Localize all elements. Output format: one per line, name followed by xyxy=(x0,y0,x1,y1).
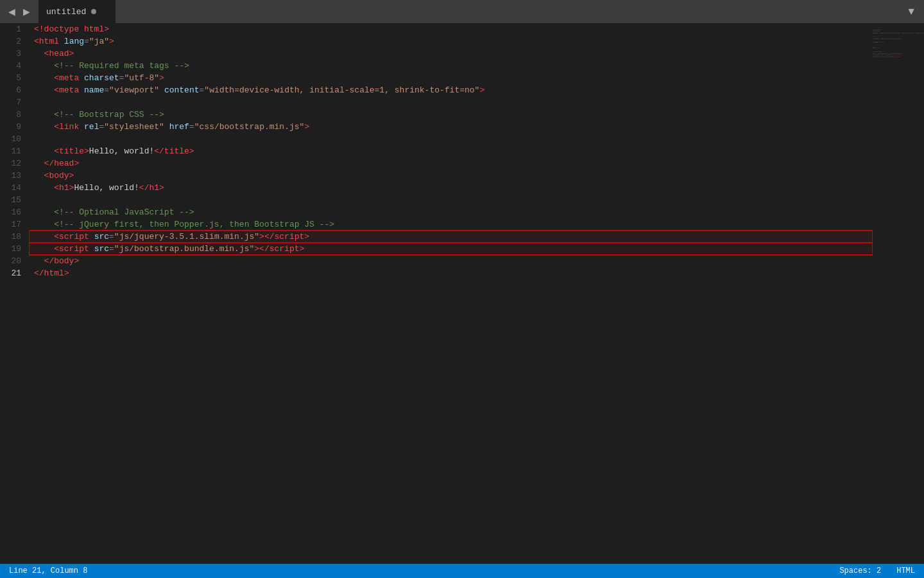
line-number-6: 6 xyxy=(0,84,29,96)
status-left: Line 21, Column 8 xyxy=(6,566,90,575)
code-line-16: <!-- Optional JavaScript --> xyxy=(29,206,873,218)
code-line-2: <html lang="ja"> xyxy=(29,35,873,48)
code-line-18: <script src="js/jquery-3.5.1.slim.min.js… xyxy=(29,231,873,243)
active-tab[interactable]: untitled xyxy=(38,0,116,23)
line-number-20: 20 xyxy=(0,255,29,267)
line-number-18: 18 xyxy=(0,231,29,243)
nav-buttons: ◀ ▶ xyxy=(0,4,38,19)
status-language[interactable]: HTML xyxy=(894,566,918,575)
line-number-12: 12 xyxy=(0,157,29,170)
nav-back-button[interactable]: ◀ xyxy=(5,4,19,19)
code-line-10 xyxy=(29,133,873,145)
line-number-9: 9 xyxy=(0,121,29,133)
line-number-7: 7 xyxy=(0,96,29,109)
code-line-14: <h1>Hello, world!</h1> xyxy=(29,182,873,194)
line-number-19: 19 xyxy=(0,243,29,255)
line-number-15: 15 xyxy=(0,194,29,206)
code-line-21: </html> xyxy=(29,267,873,279)
editor-container: 123456789101112131415161718192021 <!doct… xyxy=(0,23,924,564)
code-line-1: <!doctype html> xyxy=(29,23,873,35)
line-number-14: 14 xyxy=(0,182,29,194)
line-number-21: 21 xyxy=(0,267,29,279)
code-line-11: <title>Hello, world!</title> xyxy=(29,145,873,157)
code-line-15 xyxy=(29,194,873,206)
nav-forward-button[interactable]: ▶ xyxy=(20,4,33,19)
status-spaces[interactable]: Spaces: 2 xyxy=(837,566,884,575)
status-right: Spaces: 2 HTML xyxy=(837,566,918,575)
line-number-13: 13 xyxy=(0,170,29,182)
line-number-1: 1 xyxy=(0,23,29,35)
code-line-12: </head> xyxy=(29,157,873,170)
line-number-4: 4 xyxy=(0,60,29,72)
line-number-11: 11 xyxy=(0,145,29,157)
line-number-17: 17 xyxy=(0,218,29,231)
line-number-10: 10 xyxy=(0,133,29,145)
code-lines: <!doctype html><html lang="ja"> <head> <… xyxy=(29,23,873,279)
line-number-8: 8 xyxy=(0,109,29,121)
code-line-4: <!-- Required meta tags --> xyxy=(29,60,873,72)
line-number-2: 2 xyxy=(0,35,29,48)
status-bar: Line 21, Column 8 Spaces: 2 HTML xyxy=(0,564,924,578)
code-line-9: <link rel="stylesheet" href="css/bootstr… xyxy=(29,121,873,133)
minimap: <!doctype html><html lang="ja"> <head> <… xyxy=(873,23,924,564)
tab-spacer xyxy=(116,0,898,23)
code-line-7 xyxy=(29,96,873,109)
code-line-20: </body> xyxy=(29,255,873,267)
tab-bar: untitled ▼ xyxy=(38,0,924,23)
code-line-6: <meta name="viewport" content="width=dev… xyxy=(29,84,873,96)
tab-unsaved-dot xyxy=(91,9,96,14)
code-line-3: <head> xyxy=(29,48,873,60)
status-position[interactable]: Line 21, Column 8 xyxy=(6,566,90,575)
minimap-content: <!doctype html><html lang="ja"> <head> <… xyxy=(873,23,924,62)
code-line-5: <meta charset="utf-8"> xyxy=(29,72,873,84)
tab-dropdown-button[interactable]: ▼ xyxy=(898,0,924,23)
line-number-16: 16 xyxy=(0,206,29,218)
tab-label: untitled xyxy=(46,7,86,17)
code-line-13: <body> xyxy=(29,170,873,182)
code-line-8: <!-- Bootstrap CSS --> xyxy=(29,109,873,121)
line-number-3: 3 xyxy=(0,48,29,60)
code-area[interactable]: <!doctype html><html lang="ja"> <head> <… xyxy=(29,23,873,564)
title-bar: ◀ ▶ untitled ▼ xyxy=(0,0,924,23)
line-number-5: 5 xyxy=(0,72,29,84)
code-line-17: <!-- jQuery first, then Popper.js, then … xyxy=(29,218,873,231)
line-numbers: 123456789101112131415161718192021 xyxy=(0,23,29,564)
code-line-19: <script src="js/bootstrap.bundle.min.js"… xyxy=(29,243,873,255)
